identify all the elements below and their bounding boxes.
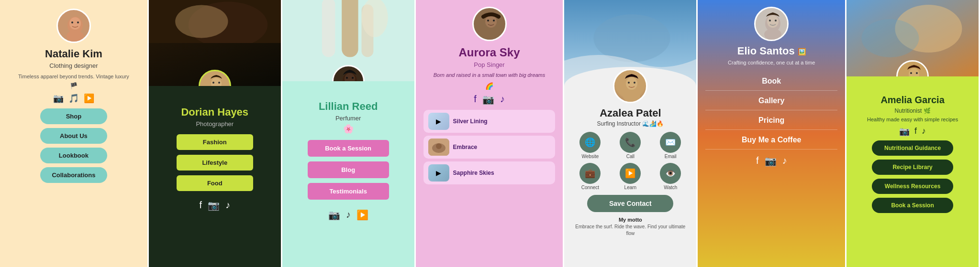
nutritional-guidance-button[interactable]: Nutritional Guidance [872,140,953,156]
card-dorian-hayes: Dorian Hayes Photographer Fashion Lifest… [149,0,282,267]
svg-point-4 [67,31,84,42]
svg-point-42 [775,20,777,21]
card-body-dorian: Dorian Hayes Photographer Fashion Lifest… [169,86,261,218]
save-contact-button[interactable]: Save Contact [587,195,673,212]
svg-point-51 [916,72,918,74]
tiktok-icon[interactable]: ♪ [500,94,505,105]
icon-connect[interactable]: 💼 Connect [572,163,608,190]
call-icon: 📞 [620,132,641,153]
name-dorian: Dorian Hayes [181,106,248,118]
name-elio: Elio Santos [737,45,795,57]
tiktok-icon[interactable]: ♪ [782,155,787,167]
facebook-icon[interactable]: f [474,94,477,105]
hero-amelia [846,0,979,76]
svg-point-10 [212,82,214,84]
socials-lillian: 📷 ♪ ▶️ [328,209,368,221]
shop-button[interactable]: Shop [40,108,107,124]
connect-icon: 💼 [579,163,601,184]
food-button[interactable]: Food [177,175,253,191]
track-embrace[interactable]: Embrace [423,136,556,159]
avatar-natalie [56,9,91,43]
fashion-button[interactable]: Fashion [177,134,253,150]
svg-rect-14 [322,0,335,57]
track-list: ▶ Silver Lining Embrace ▶ Sapphire Skies [423,110,556,184]
svg-point-25 [487,20,489,21]
website-label: Website [581,154,599,159]
card-body-amelia: Amelia Garcia Nutritionist 🌿 Healthy mad… [860,76,965,222]
card-body-lillian: Lillian Reed Perfumer 🌸 Book a Session B… [300,81,397,227]
svg-point-35 [628,82,630,84]
instagram-icon[interactable]: 📷 [765,155,777,167]
play-icon-1: ▶ [436,117,441,125]
svg-point-2 [71,21,73,23]
name-aurora: Aurora Sky [458,46,520,59]
icon-learn[interactable]: ▶️ Learn [612,163,648,190]
card-aurora-sky: Aurora Sky Pop Singer Born and raised in… [416,0,565,267]
website-icon: 🌐 [579,132,601,153]
svg-point-37 [623,91,640,102]
track-silver-lining[interactable]: ▶ Silver Lining [423,110,556,133]
svg-point-21 [352,77,354,79]
card-elio-santos: Elio Santos 🖼️ Crafting confidence, one … [698,0,846,267]
socials-elio: f 📷 ♪ [756,155,787,167]
tiktok-icon[interactable]: ♪ [922,126,926,137]
book-menu-btn[interactable]: Book [705,72,837,91]
instagram-icon[interactable]: 📷 [208,200,220,211]
facebook-icon[interactable]: f [914,126,917,137]
pricing-menu-btn[interactable]: Pricing [705,111,837,130]
connect-label: Connect [581,185,599,190]
testimonials-button[interactable]: Testimonials [308,183,389,200]
socials-aurora: f 📷 ♪ [474,94,505,105]
bio-amelia: Healthy made easy with simple recipes [867,116,958,123]
subtitle-aurora: Pop Singer [474,61,504,68]
svg-point-3 [77,21,79,23]
name-lillian: Lillian Reed [319,100,378,113]
book-session-button[interactable]: Book a Session [308,140,389,157]
tiktok-icon[interactable]: ♪ [225,200,230,211]
svg-point-7 [175,5,228,38]
instagram-icon[interactable]: 📷 [53,93,64,104]
recipe-library-button[interactable]: Recipe Library [872,160,953,175]
svg-point-50 [910,72,912,74]
blog-button[interactable]: Blog [308,161,389,178]
play-icon-3: ▶ [436,169,441,177]
svg-point-34 [626,77,637,90]
tiktok-icon[interactable]: 🎵 [68,93,79,104]
icon-website[interactable]: 🌐 Website [572,132,608,159]
wellness-resources-button[interactable]: Wellness Resources [872,179,953,194]
avatar-azalea [613,69,647,103]
lifestyle-button[interactable]: Lifestyle [177,155,253,171]
name-azalea: Azalea Patel [600,107,661,119]
book-session-button[interactable]: Book a Session [872,198,953,213]
email-icon: ✉️ [660,132,681,153]
card-natalie-kim: Natalie Kim Clothing designer Timeless a… [0,0,149,267]
svg-point-11 [218,82,220,84]
motto-title: My motto [619,217,642,223]
instagram-icon[interactable]: 📷 [482,94,494,105]
icon-watch[interactable]: 👁️ Watch [652,163,689,190]
icon-email[interactable]: ✉️ Email [652,132,689,159]
icon-call[interactable]: 📞 Call [612,132,648,159]
youtube-icon[interactable]: ▶️ [356,209,368,221]
hero-azalea [564,0,696,86]
subtitle-natalie: Clothing designer [49,62,98,69]
youtube-icon[interactable]: ▶️ [84,93,94,104]
svg-point-26 [493,20,495,21]
facebook-icon[interactable]: f [200,200,202,211]
about-us-button[interactable]: About Us [40,128,107,144]
track-thumb-3: ▶ [428,164,449,182]
instagram-icon[interactable]: 📷 [328,209,340,221]
subtitle-amelia: Nutritionist 🌿 [895,107,931,114]
subtitle-lillian: Perfumer [335,115,361,122]
card-amelia-garcia: Amelia Garcia Nutritionist 🌿 Healthy mad… [846,0,980,267]
instagram-icon[interactable]: 📷 [899,126,910,137]
facebook-icon[interactable]: f [756,155,759,167]
svg-point-24 [485,15,497,28]
buy-coffee-menu-btn[interactable]: Buy Me a Coffee [705,131,837,150]
collaborations-button[interactable]: Collaborations [40,167,107,183]
lookbook-button[interactable]: Lookbook [40,148,107,163]
tiktok-icon[interactable]: ♪ [346,209,351,221]
gallery-menu-btn[interactable]: Gallery [705,92,837,110]
track-sapphire-skies[interactable]: ▶ Sapphire Skies [423,161,556,184]
elio-emoji: 🖼️ [798,48,806,55]
